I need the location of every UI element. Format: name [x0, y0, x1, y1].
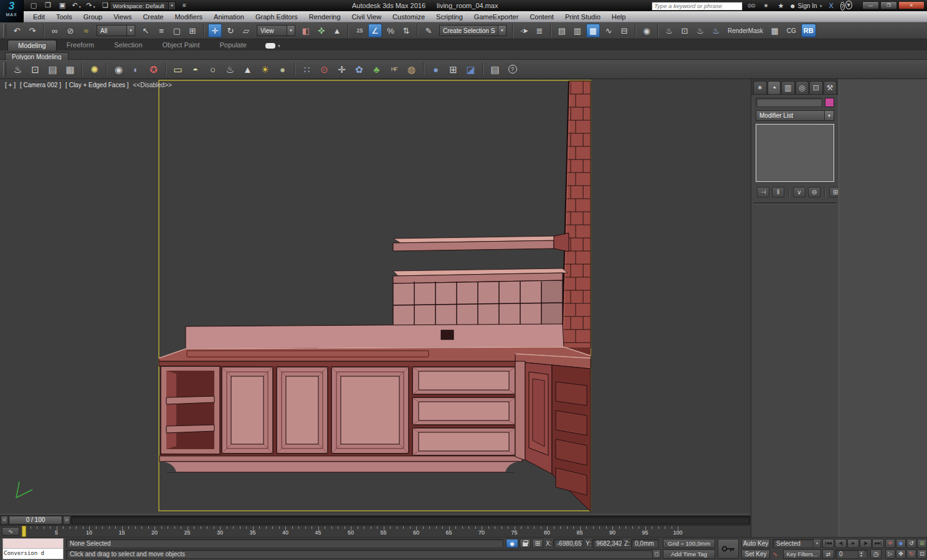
reference-coordinate-dropdown[interactable]: View▼ [257, 25, 295, 36]
communication-center-icon[interactable]: ✴ [761, 1, 771, 11]
select-and-manipulate-icon[interactable]: ✜ [315, 24, 328, 37]
particles-icon[interactable]: ∷ [299, 62, 315, 77]
redo-icon[interactable]: ↷▼ [85, 1, 97, 10]
remove-modifier-icon[interactable]: ⊖ [808, 187, 820, 197]
circle-primitive-icon[interactable]: ○ [205, 62, 221, 77]
chevron-down-icon[interactable]: ▼ [813, 539, 820, 548]
key-filters-button[interactable]: Key Filters... [783, 549, 821, 559]
object-name-field[interactable] [756, 98, 822, 107]
modifier-list-dropdown[interactable]: Modifier List ▼ [756, 110, 834, 121]
render-in-cloud-icon[interactable]: ♨ [709, 24, 723, 37]
favorites-icon[interactable]: ★ [776, 1, 786, 11]
maximize-button[interactable]: ❐ [880, 1, 897, 9]
menu-item-scripting[interactable]: Scripting [430, 11, 468, 22]
modifier-stack[interactable] [756, 124, 834, 182]
sign-in-button[interactable]: ☻ Sign In ▼ [789, 2, 823, 9]
selection-filter-dropdown[interactable]: All▼ [97, 25, 135, 36]
select-and-link-icon[interactable]: ∞ [48, 24, 62, 37]
next-frame-arrow[interactable]: > [63, 516, 70, 524]
rendered-frame-window-icon[interactable]: ⊡ [27, 62, 43, 77]
add-time-tag[interactable]: Add Time Tag [663, 549, 715, 559]
rb-button[interactable]: RB [801, 24, 816, 37]
script-doc-icon[interactable]: ▤ [487, 62, 503, 77]
workspace-dropdown[interactable]: Workspace: Default ▼ [110, 1, 176, 10]
spinner-snap-icon[interactable]: ⇅ [399, 24, 413, 37]
previous-frame-arrow[interactable]: < [1, 516, 8, 524]
toolbar-drag-handle[interactable] [3, 24, 6, 37]
chevron-down-icon[interactable]: ▼ [498, 26, 506, 36]
show-end-result-icon[interactable]: ‖ [772, 187, 784, 197]
motion-tab[interactable]: ◎ [796, 81, 809, 94]
next-frame-button[interactable]: |▶ [860, 539, 872, 548]
y-coordinate-field[interactable]: 9682,342m [592, 539, 622, 548]
minimize-button[interactable]: — [862, 1, 879, 9]
isolate-selection-toggle[interactable]: ◉ [506, 539, 518, 548]
menu-item-create[interactable]: Create [137, 11, 169, 22]
play-button[interactable]: ▶ [847, 539, 859, 548]
go-to-start-button[interactable]: |◀◀ [822, 539, 834, 548]
zoom-region-icon[interactable]: ⊞ [917, 539, 927, 548]
undo-icon[interactable]: ↶▼ [71, 1, 82, 10]
percent-snap-icon[interactable]: % [384, 24, 397, 37]
make-unique-icon[interactable]: ∨ [793, 187, 806, 197]
ribbon-display-toggle[interactable]: ▼ [265, 43, 281, 49]
time-slider-handle[interactable]: 0 / 100 [9, 516, 62, 524]
window-crossing-icon[interactable]: ⊞ [186, 24, 199, 37]
named-selection-sets-dropdown[interactable]: Create Selection Se▼ [439, 25, 506, 36]
keyboard-override-icon[interactable]: ▲ [330, 24, 344, 37]
open-file-icon[interactable]: ❐ [42, 1, 54, 10]
menu-item-gameexporter[interactable]: GameExporter [468, 11, 525, 22]
sun-light-icon[interactable]: ☀ [257, 62, 273, 77]
select-by-name-icon[interactable]: ≡ [154, 24, 168, 37]
viewport[interactable]: [ + ] [ Camera 002 ] [ Clay + Edged Face… [0, 79, 751, 514]
ribbon-tab-object-paint[interactable]: Object Paint [153, 40, 210, 50]
ribbon-tab-populate[interactable]: Populate [209, 40, 256, 50]
edit-named-selections-icon[interactable]: ✎ [422, 24, 435, 37]
teapot-primitive-icon[interactable]: ♨ [222, 62, 238, 77]
utilities-tab[interactable]: ⚒ [824, 81, 837, 94]
current-frame-marker[interactable] [22, 526, 26, 537]
render-presets-icon[interactable]: ▤ [45, 62, 60, 77]
box-primitive-icon[interactable]: ▭ [170, 62, 186, 77]
coin-icon[interactable]: ◍ [404, 62, 419, 77]
x-coordinate-field[interactable]: -6980,657 [553, 539, 583, 548]
auto-key-button[interactable]: Auto Key [741, 539, 770, 548]
render-production-icon[interactable]: ♨ [693, 24, 707, 37]
menu-item-customize[interactable]: Customize [387, 11, 430, 22]
toggle-ribbon-icon[interactable]: ▦ [586, 24, 600, 37]
chevron-down-icon[interactable]: ▼ [824, 111, 834, 120]
hair-fur-icon[interactable]: HF [386, 62, 402, 77]
absolute-offset-toggle[interactable]: ⊞ [532, 539, 543, 548]
layer-manager-icon[interactable]: ▤ [555, 24, 569, 37]
menu-item-graph-editors[interactable]: Graph Editors [250, 11, 303, 22]
bind-to-spacewarp-icon[interactable]: ≈ [79, 24, 93, 37]
viewport-camera-label[interactable]: [ Camera 002 ] [20, 82, 61, 88]
listener-macro-row[interactable] [3, 539, 63, 549]
search-input[interactable] [652, 2, 743, 11]
foliage-icon[interactable]: ♣ [369, 62, 384, 77]
gear-flower-icon[interactable]: ✿ [351, 62, 367, 77]
viewport-canvas[interactable] [0, 79, 751, 514]
video-camera-icon[interactable]: ✪ [146, 62, 161, 77]
close-button[interactable]: ✕ [898, 1, 925, 9]
toolbar-drag-handle[interactable] [3, 62, 6, 76]
menu-item-help[interactable]: Help [606, 11, 632, 22]
settings-lock-icon[interactable]: ⊞ [445, 62, 461, 77]
ribbon-tab-selection[interactable]: Selection [104, 40, 152, 50]
orbit-subobject-icon[interactable]: ↻ [906, 549, 916, 559]
material-editor-icon[interactable]: ◉ [640, 24, 654, 37]
maxscript-mini-listener[interactable]: Conversion d [2, 538, 64, 559]
save-file-icon[interactable]: ▣ [57, 1, 68, 10]
zoom-extents-icon[interactable]: ✛ [885, 539, 895, 548]
exposure-control-icon[interactable]: ◐ [128, 62, 144, 77]
viewport-shading-label[interactable]: [ Clay + Edged Faces ] [65, 82, 128, 88]
chevron-down-icon[interactable]: ▼ [126, 26, 135, 36]
menu-item-modifiers[interactable]: Modifiers [169, 11, 208, 22]
listener-script-row[interactable]: Conversion d [3, 549, 63, 559]
render-setup-icon[interactable]: ♨ [662, 24, 676, 37]
help-icon[interactable]: ? [505, 62, 520, 77]
current-frame-field[interactable]: 0 ▲▼ [835, 549, 868, 559]
curve-editor-icon[interactable]: ∿ [602, 24, 616, 37]
track-bar[interactable]: ∿ 51015202530354045505560657075808590951… [0, 525, 751, 537]
hierarchy-tab[interactable]: ▥ [781, 81, 795, 94]
